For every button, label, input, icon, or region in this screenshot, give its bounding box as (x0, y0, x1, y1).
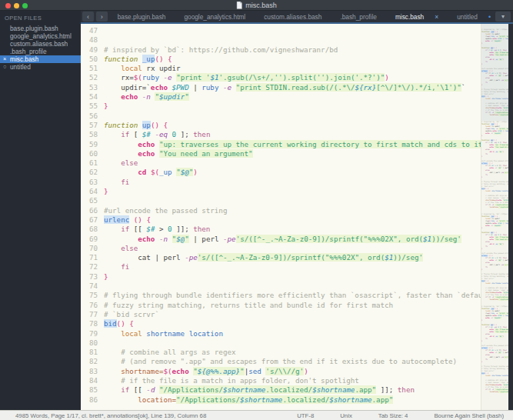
line-number: 63 (81, 178, 98, 187)
line-number: 59 (81, 140, 98, 149)
code-line: # (and remove ".app" and escapes from th… (104, 357, 481, 366)
code-area[interactable]: # inspired by `bd`: https://github.com/v… (104, 24, 481, 410)
line-number: 58 (81, 130, 98, 139)
line-number: 76 (81, 301, 98, 310)
line-number: 68 (81, 225, 98, 234)
line-number: 54 (81, 92, 98, 102)
sidebar-item-label: base.plugin.bash (10, 25, 58, 32)
zoom-window-button[interactable] (22, 3, 28, 8)
code-line: if [[ $# > 0 ]]; then (104, 225, 481, 234)
line-number: 78 (81, 319, 98, 328)
window-controls (5, 3, 28, 8)
tab-close-icon[interactable]: × (435, 13, 438, 21)
code-line (104, 282, 481, 291)
code-line: function up() { (104, 121, 481, 130)
line-number: 51 (81, 64, 98, 73)
tab-misc-bash[interactable]: misc.bash× (386, 11, 448, 22)
syntax-indicator[interactable]: Bourne Again Shell (bash) (434, 412, 504, 419)
line-number: 75 (81, 291, 98, 300)
code-line: urlenc () { (104, 215, 481, 225)
back-button[interactable]: ‹ (82, 12, 94, 22)
sidebar-item-misc-bash[interactable]: ×misc.bash (0, 55, 81, 63)
sidebar-item-untitled[interactable]: ○untitled (0, 63, 81, 71)
tab-modified-icon: • (488, 13, 491, 21)
line-number: 57 (81, 121, 98, 130)
code-line: if [ $# -eq 0 ]; then (104, 130, 481, 139)
tab-base-plugin-bash[interactable]: base.plugin.bash (108, 11, 175, 22)
code-line: fi (104, 262, 481, 272)
line-number: 49 (81, 45, 98, 55)
line-number: 71 (81, 253, 98, 262)
line-number: 70 (81, 244, 98, 253)
status-bar: 4985 Words, Page 1/17, cl. brett*, annot… (0, 410, 513, 420)
open-files-list: base.plugin.bashgoogle_analytics.htmlcus… (0, 25, 81, 71)
document-icon (236, 2, 242, 9)
tab-bash-profile[interactable]: .bash_profile (331, 11, 386, 22)
tab-overflow-button[interactable]: ▾ (495, 12, 511, 22)
app-window: misc.bash OPEN FILES base.plugin.bashgoo… (0, 0, 513, 420)
line-number: 61 (81, 158, 98, 168)
tab-label: base.plugin.bash (118, 13, 166, 21)
code-line: } (104, 272, 481, 282)
sidebar-item-base-plugin-bash[interactable]: base.plugin.bash (0, 25, 81, 32)
line-number: 56 (81, 112, 98, 121)
line-number: 85 (81, 385, 98, 395)
sidebar-item-label: google_analytics.html (10, 32, 72, 40)
code-line: cat | perl -pe's/([^-_.~A-Za-z0-9])/spri… (104, 253, 481, 262)
minimize-window-button[interactable] (14, 3, 19, 8)
line-number: 65 (81, 196, 98, 205)
tab-untitled[interactable]: untitled• (448, 11, 495, 22)
code-line: } (104, 102, 481, 111)
line-number: 67 (81, 215, 98, 225)
tab-label: misc.bash (395, 13, 424, 21)
tab-google-analytics-html[interactable]: google_analytics.html (175, 11, 255, 22)
unsaved-dot-icon: ○ (3, 63, 10, 71)
code-line: #url encode the passed string (104, 206, 481, 215)
line-number: 74 (81, 282, 98, 291)
code-line: else (104, 158, 481, 168)
code-line: local rx updir (104, 64, 481, 73)
code-line: updir=`echo $PWD | ruby -e "print STDIN.… (104, 83, 481, 92)
sidebar-item-custom-aliases-bash[interactable]: custom.aliases.bash (0, 40, 81, 48)
editor: 4748495051525354555657585960616263646566… (81, 24, 513, 410)
line-number: 77 (81, 310, 98, 319)
code-line: rx=$(ruby -e "print '$1'.gsub(/\s+/,'').… (104, 73, 481, 82)
line-number: 66 (81, 206, 98, 215)
line-number: 52 (81, 73, 98, 82)
line-number: 81 (81, 348, 98, 357)
code-line: fi (104, 178, 481, 187)
scrollbar-track[interactable] (508, 24, 513, 410)
code-line: local shortname location (104, 329, 481, 338)
line-number: 84 (81, 376, 98, 385)
sidebar-item-google-analytics-html[interactable]: google_analytics.html (0, 32, 81, 40)
line-endings-indicator[interactable]: Unix (340, 412, 352, 419)
tab-custom-aliases-bash[interactable]: custom.aliases.bash (255, 11, 331, 22)
tab-size-indicator[interactable]: Tab Size: 4 (378, 412, 408, 419)
sidebar-item-label: custom.aliases.bash (10, 40, 68, 48)
code-line: echo "You need an argument" (104, 149, 481, 158)
code-line: location="/Applications/$shortname.local… (104, 395, 481, 405)
sidebar-item-bash-profile[interactable]: .bash_profile (0, 48, 81, 55)
line-number: 55 (81, 102, 98, 111)
tab-label: google_analytics.html (184, 13, 245, 21)
status-right-group: UTF-8UnixTab Size: 4Bourne Again Shell (… (297, 412, 505, 419)
window-title: misc.bash (245, 2, 277, 9)
encoding-indicator[interactable]: UTF-8 (297, 412, 314, 419)
close-icon[interactable]: × (3, 55, 10, 63)
code-line (104, 35, 481, 45)
line-number: 86 (81, 395, 98, 405)
code-line: # inspired by `bd`: https://github.com/v… (104, 45, 481, 55)
minimap[interactable]: # inspired by `bd`: https://github.com/v… (481, 24, 508, 410)
forward-button[interactable]: › (96, 12, 108, 22)
tab-label: custom.aliases.bash (264, 13, 321, 21)
minimap-viewport[interactable] (481, 24, 508, 121)
code-line: shortname=$(echo "${@%%.app}"|sed 's/\\/… (104, 367, 481, 376)
code-line: # fuzzy string matching, returns title a… (104, 301, 481, 310)
line-number: 53 (81, 83, 98, 92)
line-number: 48 (81, 35, 98, 45)
sidebar: OPEN FILES base.plugin.bashgoogle_analyt… (0, 11, 81, 410)
status-left-text: 4985 Words, Page 1/17, cl. brett*, annot… (15, 412, 206, 419)
tab-bar: ‹ › base.plugin.bashgoogle_analytics.htm… (81, 11, 513, 24)
close-window-button[interactable] (5, 3, 11, 8)
tab-label: .bash_profile (340, 13, 377, 21)
